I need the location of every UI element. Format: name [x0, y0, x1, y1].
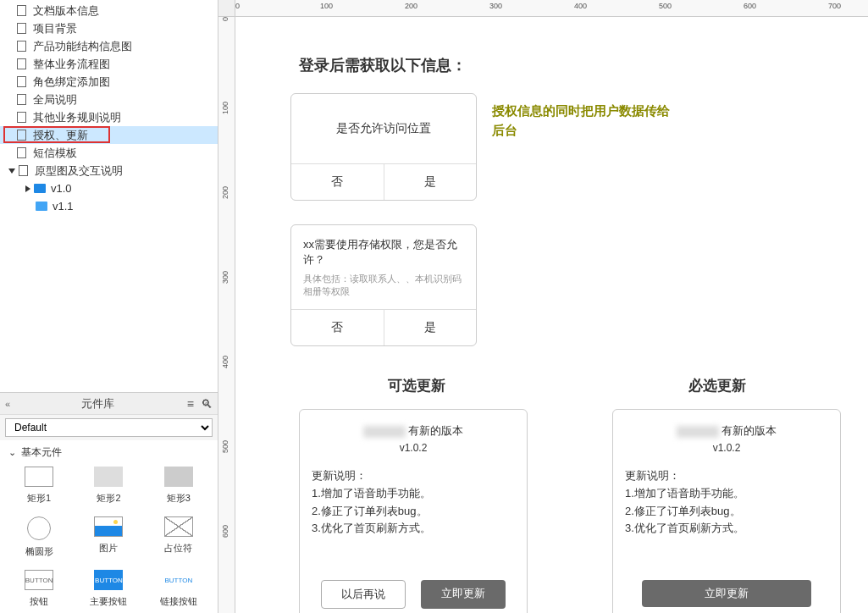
update-notes: 更新说明： 1.增加了语音助手功能。 2.修正了订单列表bug。 3.优化了首页…	[625, 467, 828, 538]
tree-label: 授权、更新	[33, 128, 88, 143]
tree-label: 产品功能结构信息图	[33, 39, 132, 54]
dialog-question: xx需要使用存储权限，您是否允许？	[303, 237, 464, 268]
section-optional-title: 可选更新	[388, 376, 445, 395]
dialog-subtext: 具体包括：读取联系人、、本机识别码相册等权限	[303, 273, 464, 299]
update-card-required: 有新的版本 v1.0.2 更新说明： 1.增加了语音助手功能。 2.修正了订单列…	[612, 409, 841, 613]
ruler-vertical: 0 100 200 300 400 500 600	[218, 17, 235, 613]
tree-label: 文档版本信息	[33, 3, 99, 19]
tree-label: v1.0	[51, 182, 72, 195]
page-title: 登录后需获取以下信息：	[299, 55, 467, 75]
dialog-storage: xx需要使用存储权限，您是否允许？ 具体包括：读取联系人、、本机识别码相册等权限…	[290, 224, 477, 346]
update-now-button[interactable]: 立即更新	[642, 580, 811, 607]
tree-subfolder[interactable]: v1.0	[0, 179, 218, 197]
collapse-icon[interactable]: «	[5, 399, 10, 409]
dialog-yes-button[interactable]: 是	[384, 164, 477, 200]
tree-item[interactable]: 产品功能结构信息图	[0, 37, 218, 55]
update-card-optional: 有新的版本 v1.0.2 更新说明： 1.增加了语音助手功能。 2.修正了订单列…	[299, 409, 528, 613]
folder-icon	[36, 202, 47, 211]
tree-item[interactable]: 项目背景	[0, 19, 218, 37]
update-header: 有新的版本	[625, 423, 828, 439]
shape-rect2[interactable]: 矩形2	[78, 467, 139, 505]
shape-rect3[interactable]: 矩形3	[148, 467, 209, 505]
shape-placeholder[interactable]: 占位符	[148, 516, 209, 558]
library-header: « 元件库 ≡ 🔍︎	[0, 393, 218, 415]
folder-icon	[34, 184, 46, 193]
tree-label: 全局说明	[33, 92, 77, 108]
tree-label: 整体业务流程图	[33, 57, 110, 72]
dialog-location: 是否允许访问位置 否 是	[290, 93, 477, 201]
update-header: 有新的版本	[312, 423, 515, 439]
shape-rect1[interactable]: 矩形1	[8, 467, 69, 505]
tree-item-selected[interactable]: 授权、更新	[0, 126, 218, 144]
shape-primary-button[interactable]: BUTTON主要按钮	[78, 570, 139, 608]
update-now-button[interactable]: 立即更新	[421, 580, 506, 609]
doc-icon	[17, 147, 26, 158]
tree-label: 其他业务规则说明	[33, 110, 121, 125]
section-required-title: 必选更新	[688, 376, 746, 395]
library-select[interactable]: Default	[5, 418, 213, 437]
doc-icon	[17, 58, 26, 69]
shape-ellipse[interactable]: 椭圆形	[8, 516, 69, 558]
shape-link-button[interactable]: BUTTON链接按钮	[148, 570, 209, 608]
search-icon[interactable]: 🔍︎	[201, 397, 213, 411]
tree-subfolder[interactable]: v1.1	[0, 197, 218, 215]
page-tree: 文档版本信息 项目背景 产品功能结构信息图 整体业务流程图 角色绑定添加图 全局…	[0, 0, 218, 215]
doc-icon	[19, 165, 28, 176]
ruler-horizontal: 0 100 200 300 400 500 600 700	[235, 0, 868, 17]
canvas-area: 0 100 200 300 400 500 600 700 0 100 200 …	[218, 0, 868, 613]
tree-item[interactable]: 短信模板	[0, 144, 218, 162]
tree-label: 短信模板	[33, 146, 77, 161]
dialog-no-button[interactable]: 否	[291, 310, 384, 345]
ruler-corner	[218, 0, 235, 17]
doc-icon	[17, 94, 26, 105]
doc-icon	[17, 76, 26, 87]
doc-icon	[17, 112, 26, 123]
tree-label: 项目背景	[33, 21, 77, 36]
tree-item[interactable]: 角色绑定添加图	[0, 73, 218, 91]
tree-item[interactable]: 其他业务规则说明	[0, 108, 218, 126]
later-button[interactable]: 以后再说	[321, 580, 406, 609]
sidebar: 文档版本信息 项目背景 产品功能结构信息图 整体业务流程图 角色绑定添加图 全局…	[0, 0, 218, 613]
shape-image[interactable]: 图片	[78, 516, 139, 558]
library-section: 基本元件 矩形1 矩形2 矩形3 椭圆形 图片 占位符 BUTTON按钮 BUT…	[0, 440, 218, 613]
tree-item[interactable]: 全局说明	[0, 91, 218, 108]
chevron-right-icon	[25, 185, 30, 192]
tree-label: 角色绑定添加图	[33, 75, 110, 90]
doc-icon	[17, 130, 26, 141]
section-header[interactable]: 基本元件	[8, 445, 209, 460]
tree-label: 原型图及交互说明	[35, 163, 123, 179]
update-notes: 更新说明： 1.增加了语音助手功能。 2.修正了订单列表bug。 3.优化了首页…	[312, 467, 515, 538]
chevron-down-icon	[8, 168, 15, 174]
canvas[interactable]: 登录后需获取以下信息： 是否允许访问位置 否 是 授权信息的同时把用户数据传给后…	[235, 17, 868, 613]
menu-icon[interactable]: ≡	[187, 397, 194, 411]
tree-folder[interactable]: 原型图及交互说明	[0, 162, 218, 179]
doc-icon	[17, 23, 26, 34]
library-title: 元件库	[15, 396, 180, 411]
update-version: v1.0.2	[312, 442, 515, 454]
tree-label: v1.1	[53, 200, 74, 213]
shape-button[interactable]: BUTTON按钮	[8, 570, 69, 608]
update-version: v1.0.2	[625, 442, 828, 454]
dialog-text: 是否允许访问位置	[291, 94, 476, 163]
dialog-yes-button[interactable]: 是	[384, 310, 477, 345]
tree-item[interactable]: 整体业务流程图	[0, 55, 218, 73]
annotation-text: 授权信息的同时把用户数据传给后台	[492, 102, 678, 140]
doc-icon	[17, 41, 26, 52]
library-panel: « 元件库 ≡ 🔍︎ Default 基本元件 矩形1 矩形2 矩形3 椭圆形 …	[0, 392, 218, 613]
dialog-no-button[interactable]: 否	[291, 164, 384, 200]
doc-icon	[17, 5, 26, 16]
tree-item[interactable]: 文档版本信息	[0, 2, 218, 19]
